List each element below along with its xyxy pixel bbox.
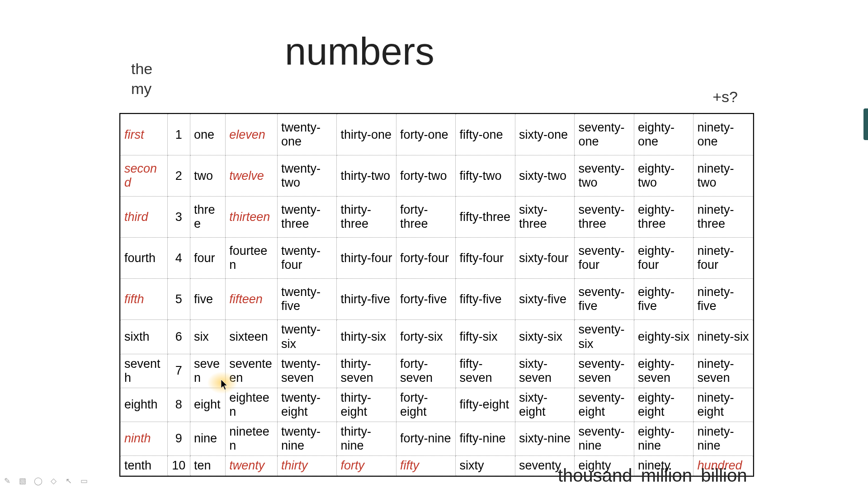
table-cell: 5 [167, 279, 190, 320]
table-cell: eight [190, 388, 225, 422]
table-cell: seventy-four [575, 238, 634, 279]
table-cell: sixteen [226, 320, 278, 354]
table-cell: twenty-four [277, 238, 337, 279]
table-cell: fifty-nine [456, 422, 515, 455]
table-cell: thirty-nine [337, 422, 396, 455]
table-cell: sixty-eight [515, 388, 575, 422]
corner-my: my [131, 79, 152, 99]
table-cell: sixty-four [515, 238, 575, 279]
table-cell: thirty-eight [337, 388, 396, 422]
table-cell: twenty-eight [277, 388, 337, 422]
table-cell: seventy-one [575, 114, 634, 155]
table-cell: eighty-five [634, 279, 693, 320]
table-cell: 6 [167, 320, 190, 354]
table-cell: 1 [167, 114, 190, 155]
numbers-table: first1oneeleventwenty-onethirty-oneforty… [120, 114, 753, 476]
table-cell: tenth [121, 455, 168, 475]
table-cell: twenty-five [277, 279, 337, 320]
table-cell: 7 [167, 354, 190, 388]
table-cell: thirty-five [337, 279, 396, 320]
table-cell: sixty-two [515, 155, 575, 197]
table-cell: forty-seven [396, 354, 456, 388]
table-cell: sixty-seven [515, 354, 575, 388]
table-cell: ten [190, 455, 225, 475]
image-icon[interactable]: ▧ [18, 476, 27, 485]
table-cell: 4 [167, 238, 190, 279]
table-cell: forty-nine [396, 422, 456, 455]
table-row: eighth8eighteighteentwenty-eightthirty-e… [121, 388, 753, 422]
table-cell: second [121, 155, 168, 197]
table-cell: seventy-six [575, 320, 634, 354]
table-cell: eighty-six [634, 320, 693, 354]
table-cell: thirteen [226, 197, 278, 238]
circle-icon[interactable]: ◯ [33, 476, 42, 485]
table-cell: eighty-two [634, 155, 693, 197]
table-cell: nineteen [226, 422, 278, 455]
table-cell: eighth [121, 388, 168, 422]
table-cell: seventy-five [575, 279, 634, 320]
table-cell: one [190, 114, 225, 155]
table-cell: eleven [226, 114, 278, 155]
table-cell: fifty [396, 455, 456, 475]
table-row: ninth9ninenineteentwenty-ninethirty-nine… [121, 422, 753, 455]
table-cell: fifty-four [456, 238, 515, 279]
table-cell: 2 [167, 155, 190, 197]
pointer-icon[interactable]: ↖ [64, 476, 73, 485]
presenter-toolbar[interactable]: ✎ ▧ ◯ ◇ ↖ ▭ [3, 476, 89, 485]
page-title: numbers [285, 29, 434, 74]
table-cell: 8 [167, 388, 190, 422]
table-cell: first [121, 114, 168, 155]
table-cell: seventy-two [575, 155, 634, 197]
table-cell: forty-five [396, 279, 456, 320]
table-cell: two [190, 155, 225, 197]
table-cell: twenty-two [277, 155, 337, 197]
pen-icon[interactable]: ✎ [3, 476, 12, 485]
table-row: fifth5fivefifteentwenty-fivethirty-fivef… [121, 279, 753, 320]
table-cell: seventy-seven [575, 354, 634, 388]
table-row: first1oneeleventwenty-onethirty-oneforty… [121, 114, 753, 155]
table-cell: seven [190, 354, 225, 388]
table-cell: fifty-two [456, 155, 515, 197]
table-cell: eighty-three [634, 197, 693, 238]
table-cell: eighty-four [634, 238, 693, 279]
table-cell: fifty-six [456, 320, 515, 354]
corner-words: the my [131, 59, 152, 99]
table-cell: six [190, 320, 225, 354]
table-cell: three [190, 197, 225, 238]
table-cell: forty-one [396, 114, 456, 155]
table-cell: ninety-three [693, 197, 753, 238]
table-cell: ninth [121, 422, 168, 455]
table-row: second2twotwelvetwenty-twothirty-twofort… [121, 155, 753, 197]
table-cell: ninety-seven [693, 354, 753, 388]
table-row: seventh7sevenseventeentwenty-seventhirty… [121, 354, 753, 388]
table-cell: forty-eight [396, 388, 456, 422]
side-tab[interactable] [863, 108, 868, 140]
table-cell: thirty-three [337, 197, 396, 238]
table-cell: fifty-three [456, 197, 515, 238]
table-cell: fifty-five [456, 279, 515, 320]
table-cell: twenty-one [277, 114, 337, 155]
table-cell: nine [190, 422, 225, 455]
diamond-icon[interactable]: ◇ [49, 476, 58, 485]
table-cell: forty-six [396, 320, 456, 354]
table-cell: five [190, 279, 225, 320]
table-cell: fourth [121, 238, 168, 279]
table-cell: seventy-eight [575, 388, 634, 422]
table-cell: seventeen [226, 354, 278, 388]
table-cell: eighteen [226, 388, 278, 422]
table-cell: sixty-six [515, 320, 575, 354]
screen-icon[interactable]: ▭ [80, 476, 89, 485]
table-cell: thirty-four [337, 238, 396, 279]
table-cell: thirty [277, 455, 337, 475]
table-cell: seventy-three [575, 197, 634, 238]
table-cell: seventh [121, 354, 168, 388]
table-cell: fifty-seven [456, 354, 515, 388]
table-cell: 10 [167, 455, 190, 475]
table-cell: ninety-two [693, 155, 753, 197]
table-cell: fifty-one [456, 114, 515, 155]
table-cell: twenty [226, 455, 278, 475]
table-cell: ninety-four [693, 238, 753, 279]
table-cell: eighty-one [634, 114, 693, 155]
table-cell: 9 [167, 422, 190, 455]
table-cell: 3 [167, 197, 190, 238]
